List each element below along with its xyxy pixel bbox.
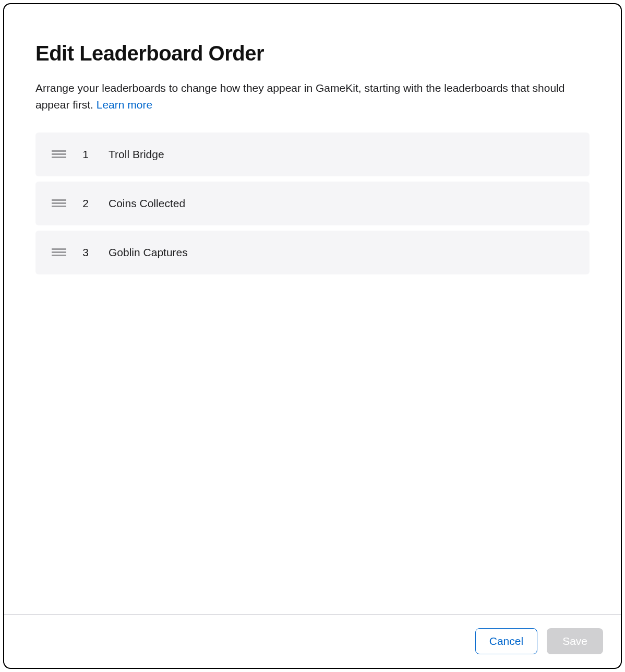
- row-label: Troll Bridge: [109, 148, 164, 161]
- svg-rect-8: [52, 255, 66, 256]
- edit-leaderboard-order-modal: Edit Leaderboard Order Arrange your lead…: [3, 3, 622, 669]
- svg-rect-5: [52, 206, 66, 207]
- save-button[interactable]: Save: [547, 628, 603, 654]
- svg-rect-4: [52, 202, 66, 204]
- cancel-button[interactable]: Cancel: [475, 628, 537, 654]
- list-item[interactable]: 2 Coins Collected: [35, 182, 590, 225]
- row-index: 2: [67, 197, 104, 210]
- row-index: 1: [67, 148, 104, 161]
- drag-handle-icon[interactable]: [51, 150, 67, 159]
- modal-content: Edit Leaderboard Order Arrange your lead…: [4, 4, 621, 614]
- list-item[interactable]: 3 Goblin Captures: [35, 231, 590, 274]
- svg-rect-3: [52, 199, 66, 201]
- row-label: Goblin Captures: [109, 246, 188, 259]
- list-item[interactable]: 1 Troll Bridge: [35, 133, 590, 176]
- modal-description: Arrange your leaderboards to change how …: [35, 80, 590, 113]
- modal-title: Edit Leaderboard Order: [35, 42, 590, 65]
- leaderboard-list: 1 Troll Bridge 2 Coins Collected: [35, 133, 590, 274]
- svg-rect-6: [52, 248, 66, 250]
- svg-rect-2: [52, 157, 66, 158]
- learn-more-link[interactable]: Learn more: [97, 99, 152, 111]
- modal-footer: Cancel Save: [4, 614, 621, 668]
- drag-handle-icon[interactable]: [51, 248, 67, 257]
- row-label: Coins Collected: [109, 197, 185, 210]
- svg-rect-1: [52, 153, 66, 155]
- row-index: 3: [67, 246, 104, 259]
- svg-rect-7: [52, 251, 66, 253]
- drag-handle-icon[interactable]: [51, 199, 67, 208]
- svg-rect-0: [52, 150, 66, 152]
